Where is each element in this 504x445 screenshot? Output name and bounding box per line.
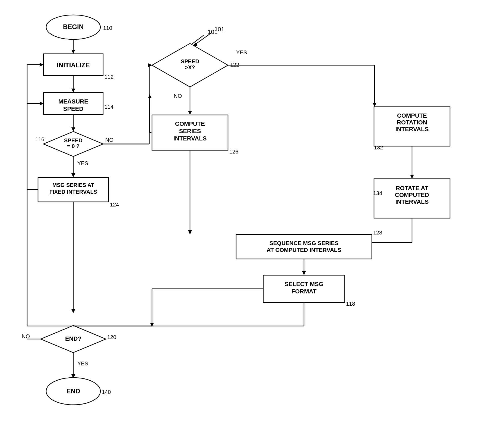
rotate-computed-label2: COMPUTED	[395, 192, 429, 198]
speed-zero-label1: SPEED	[64, 137, 83, 143]
measure-speed-label: MEASURE	[58, 98, 88, 105]
msg-fixed-ref: 124	[110, 202, 119, 208]
svg-text:SPEED: SPEED	[63, 105, 84, 112]
end-oval-ref: 140	[102, 389, 111, 395]
svg-marker-17	[148, 63, 152, 67]
initialize-ref: 112	[104, 74, 113, 80]
compute-rotation-label1: COMPUTE	[397, 112, 427, 119]
svg-marker-11	[71, 173, 75, 177]
svg-marker-20	[373, 103, 376, 107]
speed-x-label2: >X?	[185, 64, 195, 70]
select-msg-ref: 118	[346, 301, 355, 307]
sequence-msg-label1: SEQUENCE MSG SERIES	[270, 240, 338, 246]
measure-speed-ref: 114	[104, 104, 113, 110]
select-msg-label2: FORMAT	[291, 288, 317, 295]
rotate-computed-label3: INTERVALS	[395, 198, 429, 205]
no-label-speed-zero: NO	[105, 137, 113, 143]
compute-series-label3: INTERVALS	[173, 135, 207, 142]
no-label-end: NO	[22, 333, 30, 339]
yes-label-end: YES	[77, 361, 88, 366]
rotate-computed-label1: ROTATE AT	[396, 185, 429, 192]
initialize-label: INITIALIZE	[57, 61, 90, 69]
svg-marker-24	[188, 230, 192, 234]
select-msg-label1: SELECT MSG	[284, 281, 323, 287]
speed-zero-ref: 116	[35, 136, 44, 142]
speed-x-label1: SPEED	[181, 58, 199, 64]
sequence-msg-ref: 128	[373, 230, 382, 236]
end-oval-label: END	[66, 387, 80, 395]
speed-zero-label2: = 0 ?	[67, 143, 80, 149]
msg-fixed-label1: MSG SERIES AT	[52, 182, 94, 188]
rotate-computed-ref: 134	[373, 190, 382, 196]
svg-marker-5	[71, 89, 75, 93]
svg-marker-50	[148, 94, 152, 98]
compute-rotation-label3: INTERVALS	[395, 126, 429, 133]
svg-marker-22	[188, 111, 192, 115]
flowchart-diagram: 101 BEGIN 110 INITIALIZE 112 MEASURE SPE…	[0, 0, 504, 445]
no-label-speed-x: NO	[174, 93, 182, 99]
compute-series-label2: SERIES	[179, 128, 201, 134]
end-diamond-ref: 120	[107, 334, 116, 340]
compute-rotation-ref: 132	[374, 145, 383, 151]
svg-marker-26	[410, 175, 414, 179]
svg-marker-31	[302, 271, 306, 275]
sequence-msg-label2: AT COMPUTED INTERVALS	[267, 247, 341, 253]
speed-x-ref: 122	[230, 62, 239, 68]
msg-fixed-label2: FIXED INTERVALS	[49, 189, 97, 195]
yes-label-speed-zero: YES	[77, 160, 88, 166]
compute-series-ref: 126	[229, 149, 238, 155]
svg-marker-3	[71, 50, 75, 54]
end-diamond-label: END?	[65, 335, 81, 342]
svg-marker-8	[71, 127, 75, 131]
compute-rotation-label2: ROTATION	[397, 119, 427, 126]
begin-ref: 110	[103, 25, 112, 31]
svg-marker-13	[71, 309, 75, 313]
ref-101-label: 101	[214, 26, 224, 33]
yes-label-speed-x: YES	[236, 49, 247, 55]
compute-series-label1: COMPUTE	[175, 120, 205, 127]
begin-label: BEGIN	[63, 23, 84, 30]
